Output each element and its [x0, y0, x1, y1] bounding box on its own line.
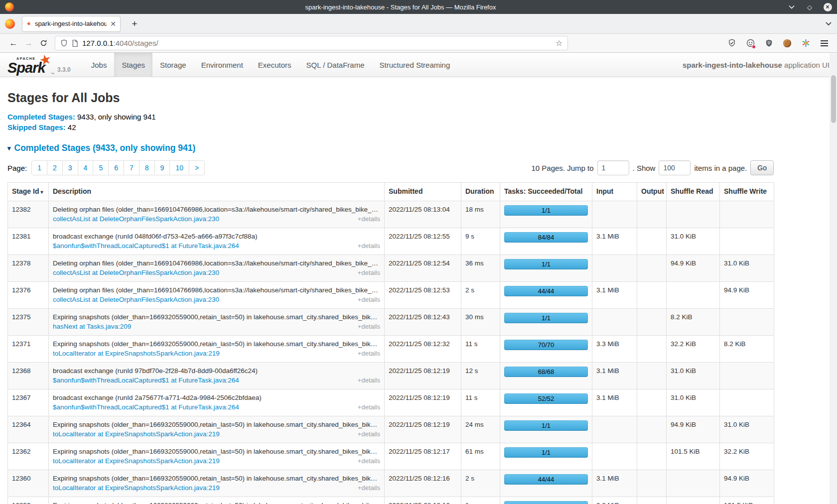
extension-sparkle-icon[interactable] — [801, 38, 811, 48]
header-duration[interactable]: Duration — [461, 183, 500, 201]
stage-callsite-link[interactable]: $anonfun$withThreadLocalCaptured$1 at Fu… — [53, 242, 239, 251]
details-toggle[interactable]: +details — [358, 268, 380, 277]
completed-stages-link[interactable]: Completed Stages: — [7, 113, 75, 121]
page-button[interactable]: 5 — [93, 160, 109, 175]
shuffle-write-cell — [720, 201, 774, 228]
items-per-page-input[interactable] — [659, 160, 691, 175]
maximize-button[interactable]: ◇ — [805, 2, 814, 11]
header-output[interactable]: Output — [637, 183, 667, 201]
navigation-toolbar: ← → 127.0.0.1:4040/stages/ ☆ — [0, 34, 837, 53]
description-cell: Expiring snapshots (older_than=166932055… — [49, 416, 385, 443]
header-stage-id[interactable]: Stage Id▾ — [8, 183, 49, 201]
tasks-progress-bar: 1/1 — [504, 447, 588, 458]
header-input[interactable]: Input — [592, 183, 637, 201]
header-shuffle-read[interactable]: Shuffle Read — [667, 183, 720, 201]
page-button[interactable]: 3 — [62, 160, 78, 175]
stage-callsite-link[interactable]: toLocalIterator at ExpireSnapshotsSparkA… — [53, 484, 220, 493]
stage-callsite-link[interactable]: toLocalIterator at ExpireSnapshotsSparkA… — [53, 430, 220, 439]
back-button[interactable]: ← — [6, 38, 21, 48]
reload-button[interactable] — [36, 39, 51, 47]
spark-nav-item[interactable]: Environment — [194, 53, 251, 77]
details-toggle[interactable]: +details — [358, 403, 380, 412]
menu-icon[interactable] — [819, 38, 829, 48]
browser-tab-active[interactable]: ★ spark-ingest-into-lakehous ✕ — [22, 16, 121, 32]
shuffle-read-cell: 94.9 KiB — [667, 255, 720, 282]
spark-nav-item[interactable]: Storage — [152, 53, 194, 77]
details-toggle[interactable]: +details — [358, 295, 380, 304]
forward-button[interactable]: → — [21, 38, 36, 48]
spark-nav-item[interactable]: Jobs — [84, 53, 115, 77]
close-window-button[interactable]: × — [823, 2, 832, 11]
header-shuffle-write[interactable]: Shuffle Write — [720, 183, 774, 201]
extension-shield-check-icon[interactable] — [727, 38, 737, 48]
stage-callsite-link[interactable]: hasNext at Tasks.java:209 — [53, 322, 131, 331]
details-toggle[interactable]: +details — [358, 349, 380, 358]
tasks-cell: 1/1 — [500, 255, 592, 282]
new-tab-button[interactable]: + — [128, 18, 141, 29]
minimize-button[interactable] — [787, 2, 796, 11]
shield-icon[interactable] — [60, 39, 68, 47]
stage-callsite-link[interactable]: collectAsList at DeleteOrphanFilesSparkA… — [53, 215, 219, 224]
page-button[interactable]: 8 — [139, 160, 155, 175]
input-cell: 3.1 MiB — [592, 228, 637, 255]
url-host: 127.0.0.1 — [82, 39, 114, 47]
page-label: Page: — [7, 164, 27, 172]
details-toggle[interactable]: +details — [358, 242, 380, 251]
scrollbar[interactable] — [830, 53, 837, 504]
details-toggle[interactable]: +details — [358, 457, 380, 466]
details-toggle[interactable]: +details — [358, 376, 380, 385]
output-cell — [637, 201, 667, 228]
list-tabs-chevron-icon[interactable] — [825, 21, 832, 26]
page-button[interactable]: 4 — [78, 160, 94, 175]
stage-callsite-link[interactable]: toLocalIterator at ExpireSnapshotsSparkA… — [53, 457, 220, 466]
completed-stages-summary: Completed Stages: 9433, only showing 941 — [7, 112, 774, 122]
tab-close-icon[interactable]: ✕ — [110, 20, 116, 28]
page-info-icon[interactable] — [72, 39, 78, 47]
page-button[interactable]: 1 — [31, 160, 47, 175]
stage-description: Deleting orphan files (older_than=166910… — [53, 259, 380, 268]
scrollbar-thumb[interactable] — [831, 75, 836, 123]
input-cell: 3.3 MiB — [592, 336, 637, 363]
page-button[interactable]: 2 — [47, 160, 63, 175]
firefox-icon[interactable] — [5, 19, 15, 29]
duration-cell: 18 ms — [461, 201, 500, 228]
page-button[interactable]: > — [189, 160, 205, 175]
header-submitted[interactable]: Submitted — [385, 183, 461, 201]
output-cell — [637, 228, 667, 255]
stage-row: 12362 Expiring snapshots (older_than=166… — [8, 443, 774, 470]
details-toggle[interactable]: +details — [358, 215, 380, 224]
stage-callsite-link[interactable]: collectAsList at DeleteOrphanFilesSparkA… — [53, 268, 219, 277]
details-toggle[interactable]: +details — [358, 322, 380, 331]
page-button[interactable]: 6 — [108, 160, 124, 175]
spark-nav-item[interactable]: SQL / DataFrame — [299, 53, 372, 77]
stage-callsite-link[interactable]: $anonfun$withThreadLocalCaptured$1 at Fu… — [53, 376, 239, 385]
header-description[interactable]: Description — [49, 183, 385, 201]
ublock-shield-icon[interactable] — [764, 38, 774, 48]
details-toggle[interactable]: +details — [358, 484, 380, 493]
spark-logo[interactable]: APACHE Spark ★ ™ — [7, 54, 46, 77]
spark-nav-item[interactable]: Structured Streaming — [372, 53, 458, 77]
completed-stages-section-header[interactable]: ▾ Completed Stages (9433, only showing 9… — [7, 143, 774, 153]
bookmark-star-icon[interactable]: ☆ — [556, 38, 562, 48]
page-button[interactable]: 9 — [154, 160, 170, 175]
cookie-icon[interactable] — [782, 38, 792, 48]
stage-row: 12376 Deleting orphan files (older_than=… — [8, 282, 774, 309]
page-button[interactable]: 7 — [124, 160, 140, 175]
extension-mask-icon[interactable] — [745, 38, 755, 48]
input-cell — [592, 255, 637, 282]
details-toggle[interactable]: +details — [358, 430, 380, 439]
description-cell: Deleting orphan files (older_than=166910… — [49, 282, 385, 309]
url-input[interactable]: 127.0.0.1:4040/stages/ — [82, 39, 552, 47]
spark-nav-item[interactable]: Stages — [114, 53, 152, 77]
stage-callsite-link[interactable]: toLocalIterator at ExpireSnapshotsSparkA… — [53, 349, 220, 358]
go-button[interactable]: Go — [750, 160, 774, 175]
stage-callsite-link[interactable]: collectAsList at DeleteOrphanFilesSparkA… — [53, 295, 219, 304]
page-button[interactable]: 10 — [169, 160, 189, 175]
skipped-stages-link[interactable]: Skipped Stages: — [7, 123, 66, 131]
jump-to-page-input[interactable] — [597, 160, 629, 175]
url-bar[interactable]: 127.0.0.1:4040/stages/ ☆ — [55, 36, 568, 50]
spark-nav-item[interactable]: Executors — [251, 53, 299, 77]
stage-callsite-link[interactable]: $anonfun$withThreadLocalCaptured$1 at Fu… — [53, 403, 239, 412]
header-tasks[interactable]: Tasks: Succeeded/Total — [500, 183, 592, 201]
section-title: Completed Stages (9433, only showing 941… — [14, 143, 196, 153]
